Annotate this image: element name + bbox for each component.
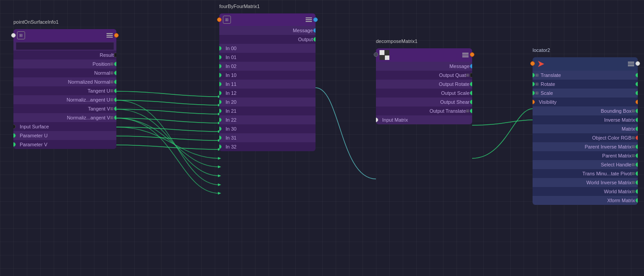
port-world-matrix-out[interactable] — [635, 189, 638, 194]
port-output-fourbyfour[interactable] — [313, 37, 316, 42]
port-visibility-in[interactable] — [533, 100, 535, 104]
row-in-00: In 00 — [219, 44, 316, 53]
hamburger-icon-locator[interactable] — [628, 62, 634, 66]
expand-bounding-box[interactable]: ⊞ — [631, 109, 635, 113]
label-input-surface: Input Surface — [16, 124, 49, 129]
port-orange-right[interactable] — [114, 33, 119, 38]
port-world-inverse-matrix-out[interactable] — [635, 180, 638, 185]
port-select-handle-out[interactable] — [635, 162, 638, 167]
expand-normalized-normal[interactable]: ⊞ — [110, 80, 114, 84]
port-parent-inverse-matrix-out[interactable] — [635, 144, 638, 149]
port-bounding-box-out[interactable] — [635, 109, 638, 113]
hamburger-icon[interactable] — [107, 33, 113, 38]
row-parameter-v: Parameter V — [13, 140, 116, 149]
port-inverse-matrix-out[interactable] — [635, 118, 638, 122]
port-orange-right-decompose[interactable] — [470, 52, 474, 57]
expand-trans-minu[interactable]: ⊞ — [631, 171, 635, 176]
port-in-21[interactable] — [219, 109, 222, 113]
expand-world-matrix[interactable]: ⊞ — [631, 189, 635, 194]
expand-parent-matrix[interactable]: ⊞ — [631, 153, 635, 158]
row-in-11: In 11 — [219, 80, 316, 89]
port-orange-left-fourbyfour[interactable] — [217, 17, 222, 22]
port-output-translate[interactable] — [470, 109, 472, 113]
expand-parent-inverse-matrix[interactable]: ⊞ — [631, 144, 635, 149]
hamburger-icon-fourbyfour[interactable] — [306, 17, 312, 22]
port-matrix-out[interactable] — [635, 127, 638, 131]
port-tangent-v-out[interactable] — [114, 106, 116, 111]
port-orange-left-locator[interactable] — [530, 61, 535, 66]
expand-object-color-rgb[interactable]: ⊞ — [631, 136, 635, 140]
row-parent-matrix: Parent Matrix ⊞ — [533, 151, 638, 160]
port-rotate-out[interactable] — [635, 82, 638, 86]
node-point-on-surface-info[interactable]: pointOnSurfaceInfo1 ⊞ Result — [13, 29, 116, 149]
port-input-matrix[interactable] — [376, 118, 378, 122]
port-normaliz-angent-u-out[interactable] — [114, 98, 116, 102]
expand-output-translate[interactable]: ⊞ — [466, 109, 469, 113]
expand-normaliz-angent-u[interactable]: ⊞ — [110, 98, 114, 102]
expand-select-handle[interactable]: ⊞ — [631, 162, 635, 167]
port-in-31[interactable] — [219, 136, 222, 140]
port-visibility-out[interactable] — [635, 100, 638, 104]
port-object-color-rgb-out[interactable] — [635, 136, 638, 140]
port-xform-matrix-out[interactable] — [635, 198, 638, 203]
port-normal-out[interactable] — [114, 71, 116, 75]
expand-position[interactable]: ⊞ — [110, 62, 114, 66]
port-in-32[interactable] — [219, 144, 222, 149]
node-decompose-matrix[interactable]: decomposeMatrix1 Message — [376, 48, 472, 124]
node-title-point: pointOnSurfaceInfo1 — [13, 19, 59, 25]
port-result-out[interactable] — [114, 53, 116, 57]
port-tangent-u-out[interactable] — [114, 89, 116, 93]
label-in-30: In 30 — [222, 126, 236, 132]
port-in-30[interactable] — [219, 127, 222, 131]
expand-normaliz-angent-v[interactable]: ⊞ — [110, 115, 114, 120]
label-output-shear: Output Shear — [379, 99, 469, 105]
port-trans-minu-out[interactable] — [635, 171, 638, 176]
port-in-20[interactable] — [219, 100, 222, 104]
port-in-22[interactable] — [219, 118, 222, 122]
expand-normal[interactable]: ⊞ — [110, 71, 114, 75]
expand-output-quat[interactable]: ⊞ — [466, 73, 469, 77]
port-white-left[interactable] — [11, 33, 16, 38]
port-scale-out[interactable] — [635, 91, 638, 95]
row-in-22: In 22 — [219, 115, 316, 124]
port-in-00[interactable] — [219, 46, 222, 51]
node-locator[interactable]: locator2 ⊞ Translate — [533, 57, 638, 205]
port-scale-in[interactable] — [533, 91, 535, 95]
expand-scale[interactable]: ⊞ — [535, 91, 539, 95]
port-position-out[interactable] — [114, 62, 116, 66]
row-output-translate: Output Translate ⊞ — [376, 106, 472, 115]
port-parent-matrix-out[interactable] — [635, 153, 638, 158]
expand-rotate[interactable]: ⊞ — [535, 82, 539, 86]
port-output-shear[interactable] — [470, 100, 472, 104]
search-input[interactable] — [16, 42, 114, 50]
port-rotate-in[interactable] — [533, 82, 535, 86]
port-in-02[interactable] — [219, 64, 222, 68]
port-translate-out[interactable] — [635, 73, 638, 77]
port-in-01[interactable] — [219, 55, 222, 59]
port-output-quat[interactable] — [470, 73, 472, 77]
label-normaliz-angent-v: Normaliz...angent V — [16, 115, 110, 120]
port-left-decompose[interactable] — [374, 52, 378, 57]
expand-translate[interactable]: ⊞ — [535, 73, 539, 77]
port-output-scale[interactable] — [470, 91, 472, 95]
port-message-out-decompose[interactable] — [470, 64, 472, 68]
port-blue-right-fourbyfour[interactable] — [313, 17, 318, 22]
port-message-out-fourbyfour[interactable] — [313, 28, 316, 33]
port-parameter-u[interactable] — [13, 133, 16, 138]
port-in-12[interactable] — [219, 91, 222, 95]
port-white-right-locator[interactable] — [635, 61, 640, 66]
expand-world-inverse-matrix[interactable]: ⊞ — [631, 180, 635, 185]
expand-tangent-u[interactable]: ⊞ — [110, 89, 114, 93]
port-normalized-normal-out[interactable] — [114, 80, 116, 84]
port-translate-in[interactable] — [533, 73, 535, 77]
node-fourbyfour-matrix[interactable]: fourByFourMatrix1 ⊞ Message Output — [219, 13, 316, 151]
label-in-00: In 00 — [222, 46, 236, 51]
expand-tangent-v[interactable]: ⊞ — [110, 106, 114, 111]
hamburger-icon-decompose[interactable] — [462, 53, 469, 57]
port-input-surface[interactable] — [13, 124, 16, 129]
port-output-rotate[interactable] — [470, 82, 472, 86]
port-in-10[interactable] — [219, 73, 222, 77]
port-parameter-v[interactable] — [13, 142, 16, 147]
port-in-11[interactable] — [219, 82, 222, 86]
port-normaliz-angent-v-out[interactable] — [114, 115, 116, 120]
